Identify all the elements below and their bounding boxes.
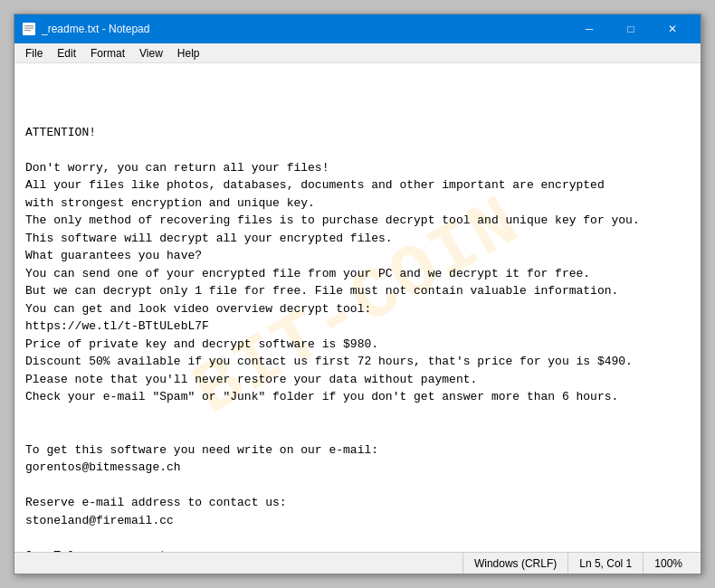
window-controls: ─ □ ✕ <box>568 14 693 43</box>
maximize-button[interactable]: □ <box>610 14 652 43</box>
minimize-button[interactable]: ─ <box>568 14 610 43</box>
app-icon <box>22 22 36 36</box>
encoding-status: Windows (CRLF) <box>462 553 567 574</box>
svg-rect-1 <box>24 25 33 26</box>
menu-view[interactable]: View <box>132 43 170 62</box>
status-bar: Windows (CRLF) Ln 5, Col 1 100% <box>14 552 701 574</box>
title-bar: _readme.txt - Notepad ─ □ ✕ <box>14 14 701 43</box>
zoom-level: 100% <box>643 553 693 574</box>
cursor-position: Ln 5, Col 1 <box>567 553 643 574</box>
text-content[interactable]: BIT-COIN ATTENTION! Don't worry, you can… <box>14 63 701 552</box>
menu-format[interactable]: Format <box>83 43 132 62</box>
menu-file[interactable]: File <box>18 43 50 62</box>
text-body: ATTENTION! Don't worry, you can return a… <box>25 124 690 553</box>
svg-rect-2 <box>24 28 33 29</box>
menu-edit[interactable]: Edit <box>50 43 83 62</box>
window-title: _readme.txt - Notepad <box>42 23 568 35</box>
svg-rect-0 <box>23 23 35 35</box>
notepad-window: _readme.txt - Notepad ─ □ ✕ File Edit Fo… <box>14 14 701 574</box>
menu-help[interactable]: Help <box>170 43 207 62</box>
editor-area: BIT-COIN ATTENTION! Don't worry, you can… <box>14 63 701 552</box>
svg-rect-3 <box>24 30 31 31</box>
menu-bar: File Edit Format View Help <box>14 43 701 63</box>
close-button[interactable]: ✕ <box>652 14 693 43</box>
